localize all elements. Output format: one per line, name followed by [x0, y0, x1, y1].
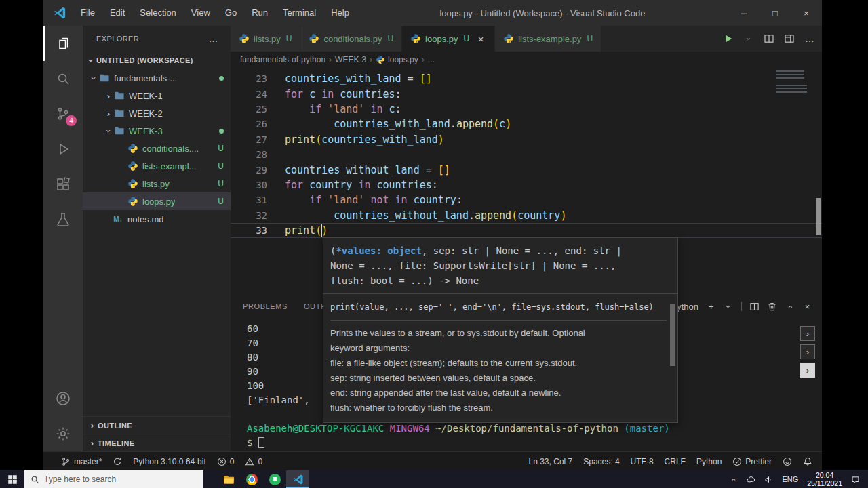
- taskbar-app-app-green[interactable]: [263, 470, 286, 488]
- tree-item-week-1[interactable]: ›WEEK-1: [83, 87, 231, 104]
- activity-run-debug-button[interactable]: [43, 131, 83, 167]
- taskbar-app-chrome[interactable]: [240, 470, 263, 488]
- chevron-down-icon[interactable]: ›: [743, 33, 754, 44]
- code-line-27[interactable]: 27print(countries_with_land): [231, 132, 822, 147]
- status-prettier[interactable]: Prettier: [732, 457, 772, 466]
- line-number: 32: [231, 210, 267, 221]
- panel-tab-problems[interactable]: PROBLEMS: [243, 302, 288, 310]
- minimize-button[interactable]: ─: [728, 0, 760, 26]
- menu-edit[interactable]: Edit: [102, 0, 132, 26]
- status-0[interactable]: 0: [245, 457, 262, 466]
- chevron-up-icon[interactable]: ›: [729, 475, 738, 484]
- code-line-23[interactable]: 23countries_with_land = []: [231, 71, 822, 86]
- workspace-section-header[interactable]: › UNTITLED (WORKSPACE): [83, 52, 231, 69]
- trash-icon[interactable]: [767, 302, 777, 312]
- tab-lists-example-py[interactable]: lists-example.pyU: [495, 26, 601, 52]
- breadcrumb-item-fundamentals-of-python[interactable]: fundamentals-of-python: [240, 55, 326, 64]
- speaker-icon[interactable]: [764, 475, 773, 484]
- activity-files-button[interactable]: [43, 26, 83, 61]
- breadcrumb-item-[interactable]: ...: [428, 55, 435, 64]
- menu-file[interactable]: File: [73, 0, 102, 26]
- activity-extensions-button[interactable]: [43, 167, 83, 202]
- tab-conditionals-py[interactable]: conditionals.pyU: [300, 26, 402, 52]
- tab-loops-py[interactable]: loops.pyU×: [402, 26, 495, 52]
- close-button[interactable]: ×: [791, 0, 822, 26]
- status-master[interactable]: master*: [61, 457, 102, 466]
- code-line-31[interactable]: 31 if 'land' not in country:: [231, 192, 822, 207]
- split-editor-icon[interactable]: [749, 302, 760, 312]
- code-line-28[interactable]: 28: [231, 147, 822, 162]
- split-editor-icon[interactable]: [764, 33, 774, 44]
- tree-item-loops-py[interactable]: loops.pyU: [83, 192, 231, 210]
- breadcrumb-item-week-3[interactable]: WEEK-3: [335, 55, 366, 64]
- active-parameter: *values: object: [336, 245, 421, 256]
- taskbar-app-vscode[interactable]: [286, 470, 309, 488]
- code-content: countries_without_land = []: [285, 164, 450, 176]
- layout-icon[interactable]: [784, 33, 795, 44]
- code-line-29[interactable]: 29countries_without_land = []: [231, 162, 822, 177]
- tree-item-lists-exampl[interactable]: lists-exampl...U: [83, 157, 231, 175]
- activity-source-control-button[interactable]: 4: [43, 96, 83, 131]
- notification-icon[interactable]: [851, 475, 860, 484]
- status-0[interactable]: 0: [217, 457, 235, 466]
- timeline-section[interactable]: › TIMELINE: [83, 434, 231, 451]
- menu-selection[interactable]: Selection: [132, 0, 183, 26]
- taskbar-clock[interactable]: 20.0425/11/2021: [807, 471, 842, 487]
- code-line-26[interactable]: 26 countries_with_land.append(c): [231, 117, 822, 131]
- status-spaces-4[interactable]: Spaces: 4: [583, 457, 619, 466]
- code-line-25[interactable]: 25 if 'land' in c:: [231, 102, 822, 117]
- status-sync-icon[interactable]: [113, 457, 122, 466]
- status-bell-icon[interactable]: [803, 457, 812, 466]
- maximize-button[interactable]: □: [760, 0, 791, 26]
- terminal-nav-button[interactable]: ›: [800, 326, 815, 341]
- popup-scrollbar[interactable]: [670, 304, 675, 366]
- terminal-nav-button[interactable]: ›: [800, 344, 815, 359]
- menu-view[interactable]: View: [184, 0, 218, 26]
- settings-icon: [55, 426, 71, 442]
- language-indicator[interactable]: ENG: [782, 475, 798, 483]
- menu-run[interactable]: Run: [244, 0, 275, 26]
- tree-item-fundamentals[interactable]: ›fundamentals-...: [83, 69, 231, 87]
- tree-item-lists-py[interactable]: lists.pyU: [83, 175, 231, 192]
- cloud-icon[interactable]: [747, 475, 755, 484]
- activity-search-button[interactable]: [43, 61, 83, 96]
- code-line-32[interactable]: 32 countries_without_land.append(country…: [231, 208, 822, 223]
- menu-go[interactable]: Go: [218, 0, 244, 26]
- outline-section[interactable]: › OUTLINE: [83, 416, 231, 434]
- more-actions-icon[interactable]: …: [209, 34, 218, 43]
- taskbar-search-input[interactable]: Type here to search: [24, 470, 203, 488]
- status-feedback-smiley-icon[interactable]: [783, 457, 792, 466]
- code-line-24[interactable]: 24for c in countries:: [231, 86, 822, 101]
- add-icon[interactable]: +: [706, 302, 716, 312]
- chevron-up-icon[interactable]: ›: [785, 302, 795, 312]
- status-python-3-10-0-64-bit[interactable]: Python 3.10.0 64-bit: [133, 457, 205, 466]
- activity-testing-button[interactable]: [43, 202, 83, 237]
- run-icon[interactable]: [723, 33, 734, 44]
- activity-settings-button[interactable]: [43, 416, 83, 451]
- minimap[interactable]: [772, 70, 815, 294]
- editor-scrollbar[interactable]: [816, 198, 821, 235]
- chevron-down-icon[interactable]: ›: [724, 302, 734, 312]
- status-utf-8[interactable]: UTF-8: [631, 457, 654, 466]
- terminal-nav-button[interactable]: ›: [800, 363, 815, 378]
- tree-item-conditionals[interactable]: conditionals....U: [83, 140, 231, 157]
- tree-item-notes-md[interactable]: M↓notes.md: [83, 210, 231, 228]
- code-line-30[interactable]: 30for country in countries:: [231, 178, 822, 192]
- activity-account-button[interactable]: [43, 381, 83, 416]
- more-actions-icon[interactable]: …: [804, 33, 815, 44]
- close-icon[interactable]: ×: [475, 33, 486, 45]
- start-button[interactable]: [0, 470, 24, 488]
- git-status-badge: U: [464, 34, 470, 43]
- tree-item-week-2[interactable]: ›WEEK-2: [83, 104, 231, 122]
- status-ln-33-col-7[interactable]: Ln 33, Col 7: [529, 457, 573, 466]
- status-python[interactable]: Python: [696, 457, 722, 466]
- breadcrumb-item-loops-py[interactable]: loops.py: [376, 55, 418, 64]
- code-line-33[interactable]: 33print(): [231, 223, 822, 238]
- tab-lists-py[interactable]: lists.pyU: [231, 26, 300, 52]
- menu-help[interactable]: Help: [323, 0, 357, 26]
- tree-item-week-3[interactable]: ›WEEK-3: [83, 122, 231, 140]
- menu-terminal[interactable]: Terminal: [275, 0, 323, 26]
- status-crlf[interactable]: CRLF: [665, 457, 686, 466]
- close-icon[interactable]: ×: [802, 302, 812, 312]
- taskbar-app-file-explorer[interactable]: [217, 470, 240, 488]
